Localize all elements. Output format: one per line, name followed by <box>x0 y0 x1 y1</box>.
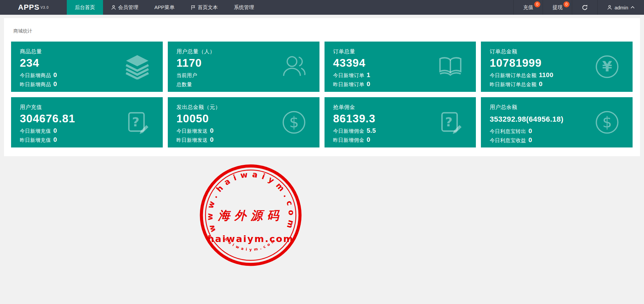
nav-item-label: 会员管理 <box>118 4 138 11</box>
stats-panel: 商城统计 商品总量 234 今日新增商品0 昨日新增商品0 用户总量（人） 11… <box>4 18 640 156</box>
stat-card-balance: 用户总余额 353292.98(64956.18) 今日利息宝转出0 今日利息宝… <box>481 97 633 147</box>
navbar-right: 充值 0 提现 0 admin <box>513 0 644 15</box>
card-line-label: 今日新增佣金 <box>333 128 364 134</box>
card-line-label: 今日新增订单 <box>333 72 364 78</box>
card-line: 昨日新增发送0 <box>177 136 311 143</box>
card-line: 昨日新增订单0 <box>333 80 467 88</box>
user-menu[interactable]: admin <box>597 0 644 15</box>
card-line-value: 1100 <box>539 71 553 78</box>
card-line-label: 昨日新增发送 <box>177 137 208 143</box>
refresh-icon <box>582 4 588 11</box>
stat-card-commission: 抢单佣金 86139.3 今日新增佣金5.5 昨日新增佣金0 ? <box>325 97 476 147</box>
stamp-center-domain: haiwaiym.com <box>207 234 294 244</box>
stamp-center-chinese: 海外源码 <box>218 208 284 222</box>
nav-item-members[interactable]: 会员管理 <box>103 0 146 15</box>
main-menu: 后台首页 会员管理 APP菜单 首页文本 系统管理 <box>67 0 262 15</box>
app-logo: APPS V3.0 <box>0 0 67 15</box>
card-line-value: 0 <box>367 136 370 143</box>
nav-item-app-menu[interactable]: APP菜单 <box>146 0 183 15</box>
dollar-circle-icon: $ <box>594 110 620 135</box>
card-line-value: 0 <box>529 136 532 143</box>
card-line-value: 0 <box>367 80 370 87</box>
svg-text:?: ? <box>445 115 452 129</box>
card-line-value: 5.5 <box>367 127 376 134</box>
nav-item-label: 首页文本 <box>198 4 218 11</box>
chevron-up-icon <box>631 6 635 9</box>
section-title: 商城统计 <box>13 28 633 34</box>
withdraw-badge: 0 <box>563 1 569 7</box>
username: admin <box>614 5 628 10</box>
nav-item-dashboard[interactable]: 后台首页 <box>67 0 103 15</box>
card-line-value: 0 <box>53 71 57 78</box>
svg-text:¥: ¥ <box>602 58 612 75</box>
app-logo-text: APPS <box>18 3 40 12</box>
svg-text:$: $ <box>602 113 612 131</box>
watermark-stamp: www.haiwaiym.com 海外源码 haiwaiym.com haiwa… <box>200 164 302 266</box>
card-line: 昨日新增佣金0 <box>333 136 467 143</box>
card-line-value: 1 <box>367 71 370 78</box>
card-line-label: 总数量 <box>177 81 192 87</box>
stat-card-sent-amount: 发出总金额（元） 10050 今日新增发送0 昨日新增发送0 $ <box>168 97 319 147</box>
nav-item-label: 系统管理 <box>234 4 254 11</box>
card-line-value: 0 <box>210 127 214 134</box>
dollar-circle-icon: $ <box>281 110 307 135</box>
card-line-label: 昨日新增商品 <box>20 81 51 87</box>
card-line: 昨日新增商品0 <box>20 80 154 88</box>
card-line: 总数量 <box>177 80 311 88</box>
stat-card-order-amount: 订单总金额 10781999 今日新增订单总金额1100 昨日新增订单总金额0 … <box>481 42 633 92</box>
stat-card-orders: 订单总量 43394 今日新增订单1 昨日新增订单0 <box>325 42 476 92</box>
nav-item-label: APP菜单 <box>154 4 175 11</box>
card-line-label: 昨日新增佣金 <box>333 137 364 143</box>
card-line-value: 0 <box>53 127 57 134</box>
nav-item-label: 后台首页 <box>75 4 95 11</box>
svg-text:?: ? <box>132 115 139 129</box>
book-icon <box>438 54 463 79</box>
nav-item-system[interactable]: 系统管理 <box>226 0 262 15</box>
yen-circle-icon: ¥ <box>594 54 620 79</box>
top-navbar: APPS V3.0 后台首页 会员管理 APP菜单 首页文本 <box>0 0 644 15</box>
layers-icon <box>125 54 150 79</box>
recharge-label: 充值 <box>523 4 533 11</box>
card-line-value: 0 <box>53 80 57 87</box>
stat-card-products: 商品总量 234 今日新增商品0 昨日新增商品0 <box>11 42 163 92</box>
card-line-label: 昨日新增订单 <box>333 81 364 87</box>
card-line-label: 今日新增充值 <box>20 128 51 134</box>
file-edit-icon: ? <box>125 110 150 135</box>
card-line-value: 0 <box>539 80 543 87</box>
card-line-value: 0 <box>529 127 532 134</box>
card-line-label: 昨日新增充值 <box>20 137 51 143</box>
stat-card-grid: 商品总量 234 今日新增商品0 昨日新增商品0 用户总量（人） 1170 当前… <box>11 42 633 147</box>
recharge-badge: 0 <box>534 1 540 7</box>
user-icon <box>607 5 612 10</box>
stat-card-users: 用户总量（人） 1170 当前用户 总数量 <box>168 42 319 92</box>
user-icon <box>111 5 116 10</box>
card-line: 昨日新增订单总金额0 <box>490 80 624 88</box>
nav-item-home-text[interactable]: 首页文本 <box>183 0 226 15</box>
card-line-label: 今日新增商品 <box>20 72 51 78</box>
card-line: 昨日新增充值0 <box>20 136 154 143</box>
svg-text:$: $ <box>289 113 299 131</box>
withdraw-button[interactable]: 提现 0 <box>543 0 572 15</box>
refresh-button[interactable] <box>572 0 597 15</box>
recharge-button[interactable]: 充值 0 <box>513 0 543 15</box>
card-line-label: 昨日新增订单总金额 <box>490 81 537 87</box>
card-line: 今日利息宝收益0 <box>490 136 624 144</box>
card-line-value: 0 <box>210 136 214 143</box>
withdraw-label: 提现 <box>552 4 562 11</box>
file-edit-icon: ? <box>438 110 463 135</box>
card-line-label: 当前用户 <box>177 72 197 78</box>
users-icon <box>281 54 307 79</box>
card-line-label: 今日新增订单总金额 <box>490 72 537 78</box>
card-line-value: 0 <box>53 136 57 143</box>
card-line-label: 今日利息宝收益 <box>490 137 526 143</box>
card-line-label: 今日利息宝转出 <box>490 128 526 134</box>
flag-icon <box>191 5 196 10</box>
stat-card-recharge: 用户充值 304676.81 今日新增充值0 昨日新增充值0 ? <box>11 97 163 147</box>
navbar-spacer <box>262 0 513 15</box>
card-line-label: 今日新增发送 <box>177 128 208 134</box>
app-logo-version: V3.0 <box>41 6 49 9</box>
